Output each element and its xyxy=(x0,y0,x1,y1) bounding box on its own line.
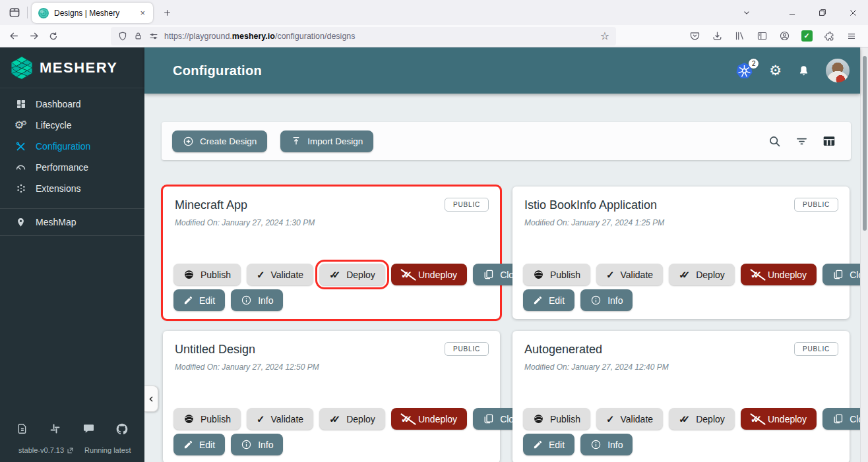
public-badge: PUBLIC xyxy=(794,342,838,356)
screen: Designs | Meshery × xyxy=(0,0,868,462)
new-tab-button[interactable] xyxy=(158,5,175,20)
info-button[interactable]: Info xyxy=(580,289,633,311)
search-icon[interactable] xyxy=(768,134,782,148)
undeploy-button[interactable]: Undeploy xyxy=(741,408,817,430)
publish-button[interactable]: Publish xyxy=(523,408,590,430)
forward-icon[interactable] xyxy=(24,27,44,45)
sidebar: MESHERY Dashboard Lifecycle C xyxy=(0,47,144,462)
sidebar-item-configuration[interactable]: Configuration xyxy=(0,136,144,157)
download-icon[interactable] xyxy=(707,27,727,45)
clone-button[interactable]: Clone xyxy=(822,264,860,285)
extensions-puzzle-icon[interactable] xyxy=(819,27,839,45)
github-icon[interactable] xyxy=(115,422,129,436)
publish-button[interactable]: Publish xyxy=(523,264,590,285)
sidebar-toggle-icon[interactable] xyxy=(752,27,772,45)
brand[interactable]: MESHERY xyxy=(0,47,144,88)
permissions-icon[interactable] xyxy=(148,31,159,42)
kubernetes-context-icon[interactable]: 2 xyxy=(735,62,753,80)
minimize-icon[interactable] xyxy=(777,0,807,25)
url-bar[interactable]: https://playground.meshery.io/configurat… xyxy=(111,27,616,45)
sidebar-item-meshmap[interactable]: MeshMap xyxy=(0,212,144,233)
edit-button[interactable]: Edit xyxy=(173,289,225,311)
undeploy-button[interactable]: Undeploy xyxy=(391,408,467,430)
pencil-icon xyxy=(183,440,193,449)
sidebar-item-dashboard[interactable]: Dashboard xyxy=(0,94,144,115)
sidebar-item-label: Performance xyxy=(36,162,88,173)
hamburger-menu-icon[interactable] xyxy=(842,27,861,45)
deploy-button[interactable]: Deploy xyxy=(669,264,735,285)
table-view-icon[interactable] xyxy=(822,134,836,148)
deploy-button[interactable]: Deploy xyxy=(319,408,385,430)
pencil-icon xyxy=(533,295,543,305)
chat-icon[interactable] xyxy=(82,422,95,436)
extensions-icon xyxy=(15,183,27,194)
list-all-tabs-icon[interactable] xyxy=(735,0,759,25)
edit-button[interactable]: Edit xyxy=(523,434,574,455)
import-design-button[interactable]: Import Design xyxy=(280,130,373,152)
globe-icon xyxy=(533,413,544,424)
reload-icon[interactable] xyxy=(44,27,63,45)
card-actions: Publish Validate Deploy xyxy=(173,264,534,311)
url-text[interactable]: https://playground.meshery.io/configurat… xyxy=(164,32,595,41)
info-button[interactable]: Info xyxy=(231,434,283,455)
design-card-istio-bookinfo[interactable]: Istio BookInfo Application Modified On: … xyxy=(512,187,850,319)
clone-button[interactable]: Clone xyxy=(822,408,860,430)
settings-gear-icon[interactable] xyxy=(769,63,782,78)
globe-icon xyxy=(533,269,544,280)
sidebar-item-performance[interactable]: Performance xyxy=(0,157,144,178)
validate-button[interactable]: Validate xyxy=(596,264,663,285)
design-card-untitled-design[interactable]: Untitled Design Modified On: January 27,… xyxy=(163,331,500,462)
firefox-view-icon[interactable] xyxy=(5,4,24,21)
sidebar-collapse-icon[interactable] xyxy=(144,386,158,412)
edit-button[interactable]: Edit xyxy=(173,434,225,455)
design-title: Autogenerated xyxy=(524,343,838,357)
info-button[interactable]: Info xyxy=(580,434,633,455)
brand-name: MESHERY xyxy=(40,59,117,76)
double-check-icon xyxy=(679,270,690,279)
validate-button[interactable]: Validate xyxy=(247,264,313,285)
double-check-icon xyxy=(329,414,340,424)
pocket-icon[interactable] xyxy=(685,27,704,45)
shield-icon xyxy=(117,31,128,42)
library-icon[interactable] xyxy=(729,27,749,45)
close-window-icon[interactable] xyxy=(838,0,868,25)
bookmark-star-icon[interactable] xyxy=(600,31,609,42)
scrollbar-thumb[interactable] xyxy=(863,56,867,231)
info-icon xyxy=(241,439,252,450)
undeploy-icon xyxy=(401,270,412,279)
design-card-autogenerated[interactable]: Autogenerated Modified On: January 27, 2… xyxy=(512,331,850,462)
adblock-check-extension-icon[interactable] xyxy=(797,27,817,45)
copy-icon xyxy=(483,413,494,424)
modified-on: Modified On: January 27, 2024 12:50 PM xyxy=(175,362,488,372)
user-avatar[interactable] xyxy=(826,59,850,82)
slack-icon[interactable] xyxy=(49,422,61,436)
info-button[interactable]: Info xyxy=(231,289,283,311)
notifications-bell-icon[interactable] xyxy=(797,65,810,77)
sidebar-item-extensions[interactable]: Extensions xyxy=(0,178,144,199)
design-card-minecraft-app[interactable]: Minecraft App Modified On: January 27, 2… xyxy=(163,187,500,319)
version-text[interactable]: stable-v0.7.13 xyxy=(18,446,74,454)
back-icon[interactable] xyxy=(4,27,24,45)
deploy-button[interactable]: Deploy xyxy=(669,408,735,430)
validate-button[interactable]: Validate xyxy=(247,408,313,430)
validate-button[interactable]: Validate xyxy=(596,408,663,430)
create-design-button[interactable]: Create Design xyxy=(172,130,267,152)
divider xyxy=(27,7,28,18)
page-scrollbar[interactable] xyxy=(860,47,868,462)
deploy-button[interactable]: Deploy xyxy=(319,264,385,285)
meshmap-pin-icon xyxy=(15,217,27,227)
account-icon[interactable] xyxy=(774,27,794,45)
sidebar-item-lifecycle[interactable]: Lifecycle xyxy=(0,115,144,136)
undeploy-button[interactable]: Undeploy xyxy=(741,264,817,285)
restore-window-icon[interactable] xyxy=(807,0,838,25)
publish-button[interactable]: Publish xyxy=(173,408,241,430)
tab-close-icon[interactable]: × xyxy=(137,7,148,18)
browser-tab[interactable]: Designs | Meshery × xyxy=(32,3,153,23)
edit-button[interactable]: Edit xyxy=(523,289,574,311)
publish-button[interactable]: Publish xyxy=(173,264,241,285)
sidebar-footer: stable-v0.7.13 Running latest xyxy=(0,422,144,454)
filter-icon[interactable] xyxy=(795,134,809,148)
undeploy-button[interactable]: Undeploy xyxy=(391,264,467,285)
docs-icon[interactable] xyxy=(16,422,28,436)
undeploy-icon xyxy=(751,270,762,279)
